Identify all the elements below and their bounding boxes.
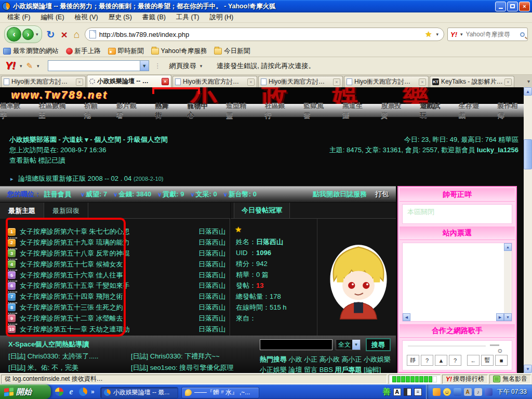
taskbar-button-forum[interactable]: 小政娛樂論壇 -- 最... [100,387,178,398]
close-button[interactable]: × [519,2,530,11]
journal-entry-link[interactable]: [日誌] Chris0330: 太誇張了..... [8,352,98,361]
scroll-right-icon[interactable]: ▶ [496,313,504,321]
connection-error-text[interactable]: 連接發生錯誤, 請按此再次連接。 [217,61,315,71]
journal-service-link[interactable]: 點我開啟日誌服務 [313,190,367,199]
thread-author-link[interactable]: 日落西山 [198,292,225,301]
tab-hiyo-3[interactable]: Hiyo衝天跑官方討… × [258,76,343,87]
quicklaunch-app-icon[interactable] [55,388,63,396]
taskbar-button-messenger[interactable]: ——『髒〃水』 ,~... [181,387,259,398]
forum-search-button[interactable]: 搜尋 [366,338,391,351]
search-input[interactable] [466,31,518,38]
player-button[interactable]: ▲ [435,355,447,366]
tab-today-champion[interactable]: 今日發帖冠軍 [234,203,290,218]
nav-item[interactable]: 社區銀行 [265,101,291,120]
bookmark-today-news[interactable]: 今日新聞 [214,47,250,56]
announcement-row[interactable]: ▸ 論壇總版規重新修正版 2008 -- 02 . 04 (2008-2-10) [10,174,163,183]
yahoo-toolbar-logo[interactable]: Y! [5,60,16,72]
yahoo-logo-dropdown-icon[interactable]: ▾ [19,63,23,69]
menu-view[interactable]: 檢視 (V) [70,12,103,23]
thread-author-link[interactable]: 日落西山 [198,260,225,269]
search-engine-dropdown-icon[interactable]: ▾ [459,32,464,37]
quicklaunch-overflow-icon[interactable]: » [91,388,95,395]
player-stop-button[interactable]: ■ [495,355,508,366]
pencil-icon[interactable]: ✎ [26,61,33,71]
tab-close-icon[interactable]: × [76,78,83,86]
hot-keywords[interactable]: 小政 小正 高小政 高小正 小政娛樂 [287,355,391,363]
history-dropdown-icon[interactable]: ▾ [35,32,39,37]
scrollbar-thumb[interactable] [524,139,532,169]
firefox-quicklaunch-icon[interactable] [79,388,87,396]
window-titlebar[interactable]: 小政娛樂論壇 -- 最後的努力；最後的衝刺；最後的希望；都在你的手中。 - Ya… [0,0,532,12]
thread-author-link[interactable]: 日落西山 [198,314,225,323]
thread-author-link[interactable]: 日落西山 [198,227,225,236]
edit-link[interactable]: [編輯] [362,366,381,373]
tab-close-icon[interactable]: × [247,78,255,86]
menu-tools[interactable]: 工具 (T) [171,12,204,23]
back-button[interactable]: ‹ [7,27,21,42]
player-progress-thumb[interactable] [490,344,499,346]
tray-mail-icon[interactable] [433,388,441,396]
breadcrumb[interactable]: 小政娛樂部落園 - 六道鈇 ▾ - 個人空間 - 升級個人空間 [9,135,168,144]
thread-author-link[interactable]: 日落西山 [198,281,225,290]
bookmark-most-visited[interactable]: 最常瀏覽的網站 [3,47,59,56]
thread-author-link[interactable]: 日落西山 [198,271,225,280]
stop-button[interactable]: × [59,29,69,40]
forum-search-input[interactable] [260,339,332,350]
ime-toolbar-icon[interactable] [404,388,411,396]
search-icon[interactable] [520,32,525,37]
tab-close-icon[interactable]: × [162,78,169,85]
player-button[interactable]: ? [421,355,433,366]
nav-item[interactable]: 社區數獨王 [39,101,72,120]
thread-author-link[interactable]: 日落西山 [198,238,225,247]
nav-item[interactable]: 製作相簿 [497,101,524,120]
tab-forum-active[interactable]: 小政娛樂論壇 -- … × [87,75,171,87]
player-mute-button[interactable]: 靜 [407,355,419,366]
announcement-link[interactable]: 論壇總版規重新修正版 2008 -- 02 . 04 [18,175,131,182]
nav-item[interactable]: 熱舞街 [155,101,175,120]
user-topic-link[interactable]: 用戶專題 [335,366,362,373]
bookmark-latest-news[interactable]: 即時新聞 [108,47,144,56]
nav-item[interactable]: 生存遊戲 [459,101,485,120]
scroll-up-icon[interactable]: ▲ [504,243,512,251]
nav-item[interactable]: 股票投資 [381,101,408,120]
menu-bookmarks[interactable]: 書籤 (B) [137,12,171,23]
tab-hiyo-1[interactable]: Hiyo衝天跑官方討… × [1,76,86,87]
view-new-posts-link[interactable]: 查看新帖 標記已讀 [9,156,65,165]
url-bar[interactable]: http://bbs.tw789.net/index.php ★ ▾ [85,28,444,41]
start-button[interactable]: 開始 [0,384,51,399]
bookmark-getting-started[interactable]: 新手上路 [66,47,101,56]
toolbar-splitter[interactable]: ⋮ [152,62,163,70]
nav-item[interactable]: 機率數字 [0,101,26,120]
ime-indicator[interactable]: 善 [383,387,391,397]
journal-entry-link[interactable]: [日誌] Chris0330: 下禮拜六~~ [131,352,220,361]
scroll-left-icon[interactable]: ◀ [403,313,410,321]
tray-alert-icon[interactable]: A [464,388,472,396]
player-back-button[interactable]: ← [467,355,480,366]
scrollbar-down-icon[interactable]: ▼ [524,365,532,373]
nav-item[interactable]: 寵物中心 [187,101,214,120]
wretch-video-button[interactable]: 無名影音 [489,375,531,384]
yahoo-toolbar-search-input[interactable]: ▼ [48,60,149,71]
search-rank-button[interactable]: Y! 搜尋排行榜 [442,375,488,384]
page-scrollbar[interactable]: ▲ ▼ [524,87,532,373]
yahoo-logo-icon[interactable]: Y! [450,31,457,38]
forward-button[interactable]: › [22,29,34,40]
pencil-dropdown-icon[interactable]: ▾ [36,63,41,69]
internet-explorer-icon[interactable]: e [67,388,75,396]
menu-file[interactable]: 檔案 (F) [2,12,35,23]
tab-close-icon[interactable]: × [333,78,340,86]
thread-author-link[interactable]: 日落西山 [198,303,225,312]
tray-network-icon[interactable] [454,388,461,396]
thread-author-link[interactable]: 日落西山 [198,249,225,258]
nav-item[interactable]: 監獄風雲 [303,101,330,120]
hot-keywords[interactable]: 小正娛樂 論壇 留言 BBS [260,366,335,373]
thread-author-link[interactable]: 日落西山 [198,325,225,334]
new-member-link[interactable]: lucky_la1256 [477,146,518,154]
nav-item[interactable]: 影片觀看 [116,101,143,120]
bookmark-star-icon[interactable]: ★ [425,30,432,39]
tab-latest-topics[interactable]: 最新主題 [0,203,44,219]
player-button[interactable]: ? [449,355,461,366]
tab-close-icon[interactable]: × [419,78,426,86]
vote-scrollbar[interactable] [504,243,512,321]
nav-item[interactable]: 遊戲試玩 [420,101,446,120]
